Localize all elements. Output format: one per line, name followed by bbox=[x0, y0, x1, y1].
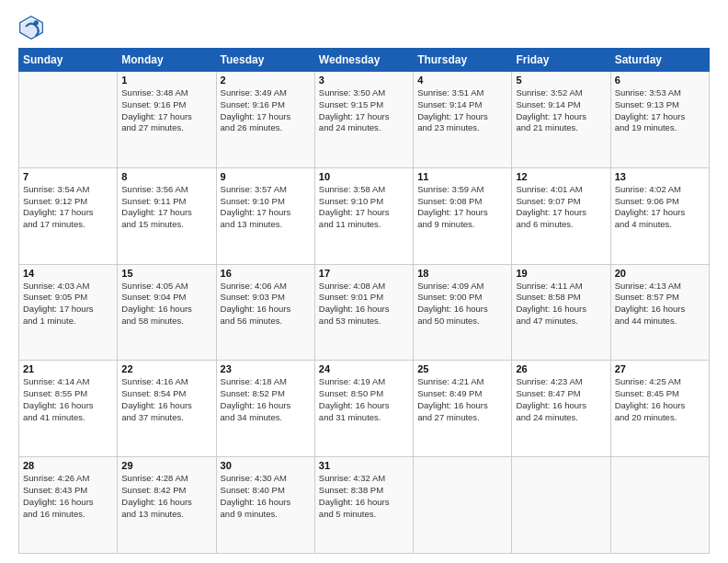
day-info: Sunrise: 4:26 AM Sunset: 8:43 PM Dayligh… bbox=[23, 473, 113, 520]
calendar-cell: 9Sunrise: 3:57 AM Sunset: 9:10 PM Daylig… bbox=[216, 167, 314, 264]
day-info: Sunrise: 4:19 AM Sunset: 8:50 PM Dayligh… bbox=[319, 376, 409, 423]
day-number: 3 bbox=[319, 75, 409, 86]
day-number: 23 bbox=[221, 363, 311, 374]
svg-point-2 bbox=[34, 20, 39, 25]
day-number: 5 bbox=[516, 75, 606, 86]
day-info: Sunrise: 4:13 AM Sunset: 8:57 PM Dayligh… bbox=[615, 281, 705, 327]
day-info: Sunrise: 4:11 AM Sunset: 8:58 PM Dayligh… bbox=[516, 281, 606, 327]
calendar-cell: 17Sunrise: 4:08 AM Sunset: 9:01 PM Dayli… bbox=[314, 264, 413, 361]
calendar-cell: 27Sunrise: 4:25 AM Sunset: 8:45 PM Dayli… bbox=[610, 361, 709, 457]
calendar-header-sunday: Sunday bbox=[19, 49, 118, 72]
page: SundayMondayTuesdayWednesdayThursdayFrid… bbox=[0, 0, 728, 563]
day-info: Sunrise: 4:09 AM Sunset: 9:00 PM Dayligh… bbox=[417, 281, 507, 327]
day-number: 11 bbox=[417, 171, 507, 182]
day-number: 4 bbox=[417, 75, 507, 86]
calendar-cell: 21Sunrise: 4:14 AM Sunset: 8:55 PM Dayli… bbox=[19, 361, 118, 457]
day-info: Sunrise: 4:25 AM Sunset: 8:45 PM Dayligh… bbox=[615, 376, 705, 423]
day-info: Sunrise: 4:23 AM Sunset: 8:47 PM Dayligh… bbox=[516, 376, 606, 423]
calendar-week-1: 1Sunrise: 3:48 AM Sunset: 9:16 PM Daylig… bbox=[19, 72, 710, 168]
calendar-cell: 22Sunrise: 4:16 AM Sunset: 8:54 PM Dayli… bbox=[118, 361, 216, 457]
day-number: 1 bbox=[121, 75, 211, 86]
calendar-week-2: 7Sunrise: 3:54 AM Sunset: 9:12 PM Daylig… bbox=[19, 167, 710, 264]
calendar-cell: 13Sunrise: 4:02 AM Sunset: 9:06 PM Dayli… bbox=[610, 167, 709, 264]
day-info: Sunrise: 3:59 AM Sunset: 9:08 PM Dayligh… bbox=[417, 184, 507, 231]
day-info: Sunrise: 4:28 AM Sunset: 8:42 PM Dayligh… bbox=[121, 473, 211, 520]
calendar-cell: 19Sunrise: 4:11 AM Sunset: 8:58 PM Dayli… bbox=[512, 264, 610, 361]
day-number: 29 bbox=[121, 460, 211, 471]
day-number: 9 bbox=[221, 171, 311, 182]
calendar-header-saturday: Saturday bbox=[610, 49, 709, 72]
day-number: 7 bbox=[23, 171, 113, 182]
calendar-cell: 5Sunrise: 3:52 AM Sunset: 9:14 PM Daylig… bbox=[512, 72, 610, 168]
calendar-cell: 30Sunrise: 4:30 AM Sunset: 8:40 PM Dayli… bbox=[216, 457, 314, 554]
day-number: 30 bbox=[221, 460, 311, 471]
calendar-cell: 23Sunrise: 4:18 AM Sunset: 8:52 PM Dayli… bbox=[216, 361, 314, 457]
day-info: Sunrise: 3:57 AM Sunset: 9:10 PM Dayligh… bbox=[221, 184, 311, 231]
calendar-cell: 8Sunrise: 3:56 AM Sunset: 9:11 PM Daylig… bbox=[118, 167, 216, 264]
day-number: 27 bbox=[615, 363, 705, 374]
day-info: Sunrise: 3:53 AM Sunset: 9:13 PM Dayligh… bbox=[615, 87, 705, 134]
calendar-week-5: 28Sunrise: 4:26 AM Sunset: 8:43 PM Dayli… bbox=[19, 457, 710, 554]
day-number: 31 bbox=[319, 460, 409, 471]
day-number: 16 bbox=[221, 268, 311, 279]
day-info: Sunrise: 3:51 AM Sunset: 9:14 PM Dayligh… bbox=[417, 87, 507, 134]
calendar-cell: 6Sunrise: 3:53 AM Sunset: 9:13 PM Daylig… bbox=[610, 72, 709, 168]
calendar-header-monday: Monday bbox=[118, 49, 216, 72]
day-number: 12 bbox=[516, 171, 606, 182]
day-info: Sunrise: 3:56 AM Sunset: 9:11 PM Dayligh… bbox=[121, 184, 211, 231]
calendar-cell: 7Sunrise: 3:54 AM Sunset: 9:12 PM Daylig… bbox=[19, 167, 118, 264]
logo bbox=[18, 15, 48, 40]
calendar-header-friday: Friday bbox=[512, 49, 610, 72]
calendar-cell: 1Sunrise: 3:48 AM Sunset: 9:16 PM Daylig… bbox=[118, 72, 216, 168]
day-info: Sunrise: 4:05 AM Sunset: 9:04 PM Dayligh… bbox=[121, 281, 211, 327]
calendar-cell: 16Sunrise: 4:06 AM Sunset: 9:03 PM Dayli… bbox=[216, 264, 314, 361]
day-number: 22 bbox=[121, 363, 211, 374]
day-number: 17 bbox=[319, 268, 409, 279]
day-info: Sunrise: 4:18 AM Sunset: 8:52 PM Dayligh… bbox=[221, 376, 311, 423]
calendar-cell: 28Sunrise: 4:26 AM Sunset: 8:43 PM Dayli… bbox=[19, 457, 118, 554]
day-number: 20 bbox=[615, 268, 705, 279]
day-info: Sunrise: 3:49 AM Sunset: 9:16 PM Dayligh… bbox=[221, 87, 311, 134]
day-number: 26 bbox=[516, 363, 606, 374]
day-number: 8 bbox=[121, 171, 211, 182]
day-info: Sunrise: 4:14 AM Sunset: 8:55 PM Dayligh… bbox=[23, 376, 113, 423]
calendar-cell bbox=[19, 72, 118, 168]
calendar-cell: 10Sunrise: 3:58 AM Sunset: 9:10 PM Dayli… bbox=[314, 167, 413, 264]
day-number: 24 bbox=[319, 363, 409, 374]
day-number: 6 bbox=[615, 75, 705, 86]
day-info: Sunrise: 4:02 AM Sunset: 9:06 PM Dayligh… bbox=[615, 184, 705, 231]
day-info: Sunrise: 4:01 AM Sunset: 9:07 PM Dayligh… bbox=[516, 184, 606, 231]
day-info: Sunrise: 4:16 AM Sunset: 8:54 PM Dayligh… bbox=[121, 376, 211, 423]
calendar-cell: 14Sunrise: 4:03 AM Sunset: 9:05 PM Dayli… bbox=[19, 264, 118, 361]
day-number: 2 bbox=[221, 75, 311, 86]
day-number: 10 bbox=[319, 171, 409, 182]
header bbox=[18, 15, 710, 40]
day-info: Sunrise: 4:06 AM Sunset: 9:03 PM Dayligh… bbox=[221, 281, 311, 327]
day-number: 25 bbox=[417, 363, 507, 374]
calendar-table: SundayMondayTuesdayWednesdayThursdayFrid… bbox=[18, 48, 710, 554]
calendar-header-thursday: Thursday bbox=[414, 49, 512, 72]
calendar-cell bbox=[414, 457, 512, 554]
calendar-header-wednesday: Wednesday bbox=[314, 49, 413, 72]
calendar-header-tuesday: Tuesday bbox=[216, 49, 314, 72]
calendar-cell bbox=[610, 457, 709, 554]
calendar-header-row: SundayMondayTuesdayWednesdayThursdayFrid… bbox=[19, 49, 710, 72]
calendar-cell: 24Sunrise: 4:19 AM Sunset: 8:50 PM Dayli… bbox=[314, 361, 413, 457]
day-number: 15 bbox=[121, 268, 211, 279]
day-info: Sunrise: 3:52 AM Sunset: 9:14 PM Dayligh… bbox=[516, 87, 606, 134]
day-info: Sunrise: 4:21 AM Sunset: 8:49 PM Dayligh… bbox=[417, 376, 507, 423]
day-info: Sunrise: 4:32 AM Sunset: 8:38 PM Dayligh… bbox=[319, 473, 409, 520]
day-number: 28 bbox=[23, 460, 113, 471]
day-info: Sunrise: 3:48 AM Sunset: 9:16 PM Dayligh… bbox=[121, 87, 211, 134]
day-info: Sunrise: 3:50 AM Sunset: 9:15 PM Dayligh… bbox=[319, 87, 409, 134]
calendar-cell: 12Sunrise: 4:01 AM Sunset: 9:07 PM Dayli… bbox=[512, 167, 610, 264]
calendar-cell: 2Sunrise: 3:49 AM Sunset: 9:16 PM Daylig… bbox=[216, 72, 314, 168]
calendar-cell: 15Sunrise: 4:05 AM Sunset: 9:04 PM Dayli… bbox=[118, 264, 216, 361]
calendar-cell: 4Sunrise: 3:51 AM Sunset: 9:14 PM Daylig… bbox=[414, 72, 512, 168]
calendar-cell: 29Sunrise: 4:28 AM Sunset: 8:42 PM Dayli… bbox=[118, 457, 216, 554]
day-info: Sunrise: 4:30 AM Sunset: 8:40 PM Dayligh… bbox=[221, 473, 311, 520]
day-info: Sunrise: 3:58 AM Sunset: 9:10 PM Dayligh… bbox=[319, 184, 409, 231]
calendar-cell bbox=[512, 457, 610, 554]
calendar-cell: 20Sunrise: 4:13 AM Sunset: 8:57 PM Dayli… bbox=[610, 264, 709, 361]
day-info: Sunrise: 3:54 AM Sunset: 9:12 PM Dayligh… bbox=[23, 184, 113, 231]
